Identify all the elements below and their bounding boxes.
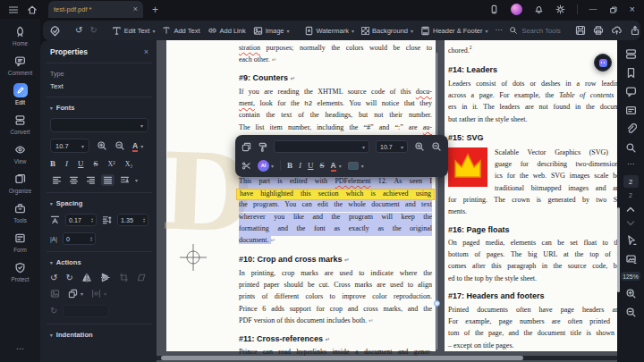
sidebar-item-protect[interactable]: Protect — [0, 260, 40, 282]
doc-heading[interactable]: #11: Cross-references ↵ — [239, 334, 432, 343]
doc-text-line[interactable]: printed paper should be cut. Cross marks… — [239, 281, 432, 292]
minimize-icon[interactable]: — — [589, 5, 597, 13]
doc-text-line[interactable]: chored.2 — [448, 45, 617, 56]
decrease-font-icon[interactable] — [114, 140, 125, 151]
align-justify-button[interactable] — [101, 174, 114, 186]
copy-icon[interactable] — [242, 142, 251, 152]
doc-text-line[interactable]: stration purposes; normally the colors w… — [239, 44, 432, 55]
arrange-button[interactable]: ▾ — [68, 289, 83, 299]
char-spacing-input[interactable]: 0 ▴▾ — [63, 232, 96, 245]
sidebar-item-tools[interactable]: Tools — [0, 201, 40, 223]
doc-heading[interactable]: #14: Leaders — [448, 65, 617, 74]
sidebar-item-organize[interactable]: Organize — [0, 172, 40, 194]
increase-font-icon[interactable] — [97, 140, 107, 151]
highlight-color-button[interactable]: ▾ — [348, 162, 364, 170]
subscript-button[interactable]: X₂ — [125, 160, 133, 168]
underline-button[interactable]: U — [78, 159, 84, 168]
doc-heading[interactable]: #9: Counters ↵ — [239, 73, 432, 82]
italic-button[interactable]: I — [299, 161, 301, 170]
doc-heading[interactable]: #15: SVG — [448, 133, 617, 142]
align-right-button[interactable] — [84, 174, 97, 186]
strikethrough-button[interactable]: S — [320, 161, 325, 170]
decrease-font-icon[interactable] — [431, 141, 442, 152]
format-painter-icon[interactable] — [258, 142, 267, 152]
chevron-down-icon[interactable]: ▾ — [140, 143, 143, 149]
launcher-icon[interactable] — [49, 25, 61, 37]
snapshot-tool-icon[interactable] — [625, 253, 637, 265]
settings-gear-icon[interactable] — [555, 4, 565, 14]
doc-text-line[interactable]: bottom of pages. The big URL at the top … — [448, 250, 617, 262]
flip-vertical-icon[interactable] — [100, 273, 111, 282]
sidebar-item-edit[interactable]: Edit — [0, 83, 40, 105]
search-input[interactable] — [521, 27, 568, 35]
crop-icon[interactable] — [119, 273, 129, 282]
doc-text-line[interactable]: guage for describing two-dimensiona — [495, 160, 617, 172]
previous-page-icon[interactable] — [625, 206, 636, 213]
highlighted-text-line[interactable]: have highlighted this section which is a… — [236, 189, 435, 200]
superscript-button[interactable]: X² — [108, 160, 115, 168]
doc-text-line[interactable]: – except on title pages. — [448, 341, 617, 351]
doc-text-line[interactable]: each other. ↵ — [239, 55, 432, 67]
doc-heading[interactable]: #17: Headers and footers — [448, 291, 617, 300]
selected-text-line[interactable]: formatting and the font as exactly as th… — [239, 224, 432, 236]
pointer-tool-icon[interactable] — [625, 234, 637, 246]
actions-section-header[interactable]: ▾ Actions — [50, 258, 148, 266]
increase-font-icon[interactable] — [414, 141, 425, 152]
bold-button[interactable]: B — [50, 159, 55, 168]
doc-text-line[interactable]: contain the text of the headings, but no… — [239, 111, 432, 122]
share-icon[interactable] — [630, 25, 640, 36]
indentation-section-header[interactable]: ▾ Indentation — [50, 331, 148, 339]
doc-text-line[interactable]: traditional bitmapped images and are — [495, 184, 617, 196]
doc-text-line[interactable]: ment, look for the h2 elements. You will… — [239, 99, 432, 111]
ai-floating-button[interactable] — [594, 54, 612, 72]
rotate-angle-input[interactable] — [63, 305, 109, 317]
perspective-icon[interactable] — [137, 273, 147, 282]
close-properties-icon[interactable]: × — [144, 47, 148, 56]
doc-text-line[interactable]: Scalable Vector Graphics (SVG) is — [495, 148, 617, 160]
doc-text-line[interactable]: For example, page numbers are often prin… — [448, 317, 617, 329]
pdf-page[interactable]: D stration purposes; normally the colors… — [166, 40, 436, 351]
paragraph-spacing-input[interactable]: 1.35 ▴▾ — [117, 214, 148, 226]
doc-text-line[interactable]: but rather in the style sheet. — [448, 115, 617, 127]
italic-button[interactable]: I — [65, 159, 68, 168]
attachments-panel-icon[interactable] — [625, 123, 637, 135]
doc-text-line[interactable]: across a page. For example, the Table of… — [448, 91, 617, 103]
selected-text-line[interactable]: This part is edited with PDFelement 12. … — [239, 177, 432, 189]
doc-text-line[interactable]: ed to the top by the style sheet. — [448, 274, 617, 286]
comments-panel-icon[interactable] — [625, 86, 637, 97]
search-tools[interactable] — [509, 26, 568, 35]
rotate-left-icon[interactable]: ↺ — [50, 274, 57, 282]
form-fields-panel-icon[interactable] — [625, 105, 637, 116]
document-tab[interactable]: test-pdf.pdf * × — [48, 1, 143, 18]
redo-icon[interactable]: ↻ — [89, 26, 97, 35]
vertical-scrollbar-thumb[interactable] — [617, 207, 620, 292]
zoom-in-icon[interactable] — [625, 288, 637, 299]
home-icon[interactable] — [27, 4, 38, 15]
doc-text-line[interactable]: ments. — [448, 207, 617, 219]
rotate-right-icon[interactable]: ↻ — [65, 274, 72, 282]
spin-down-icon[interactable]: ▾ — [143, 220, 145, 223]
zoom-level-badge[interactable]: 125% — [621, 272, 640, 281]
spin-down-icon[interactable]: ▾ — [90, 239, 92, 241]
restore-window-icon[interactable] — [609, 5, 618, 14]
background-button[interactable]: Background▾ — [361, 27, 413, 35]
flip-horizontal-icon[interactable] — [81, 273, 92, 282]
text-direction-button[interactable] — [118, 174, 131, 186]
add-link-button[interactable]: Add Link — [208, 26, 246, 36]
replace-image-icon[interactable] — [50, 289, 60, 299]
doc-text-line[interactable]: In printing, crop marks are used to indi… — [239, 269, 432, 281]
doc-text-line[interactable]: ics for the web. SVG images scale bet — [495, 172, 617, 183]
add-text-button[interactable]: Add Text — [162, 26, 199, 35]
sidebar-item-home[interactable]: Home — [0, 24, 40, 46]
current-page-input[interactable]: 2 — [623, 175, 639, 188]
doc-text-line[interactable]: If you are reading the XHTML source code… — [239, 88, 432, 99]
font-color-button[interactable]: A — [132, 141, 138, 150]
font-size-select[interactable]: 10.7▾ — [50, 139, 89, 153]
doc-heading[interactable]: #10: Crop and cross marks ↵ — [239, 255, 432, 264]
pdf-page-right[interactable]: chored.2 #14: Leaders Leaders consist of… — [445, 40, 617, 351]
crown-svg-figure[interactable] — [448, 147, 487, 187]
doc-text-line[interactable]: for printing. The crown is generated by … — [448, 196, 617, 207]
align-left-button[interactable] — [50, 174, 64, 186]
doc-text-line[interactable]: tom of the page, and the document title … — [448, 329, 617, 341]
doc-text-line[interactable]: Printed documents often have page header… — [448, 306, 617, 317]
